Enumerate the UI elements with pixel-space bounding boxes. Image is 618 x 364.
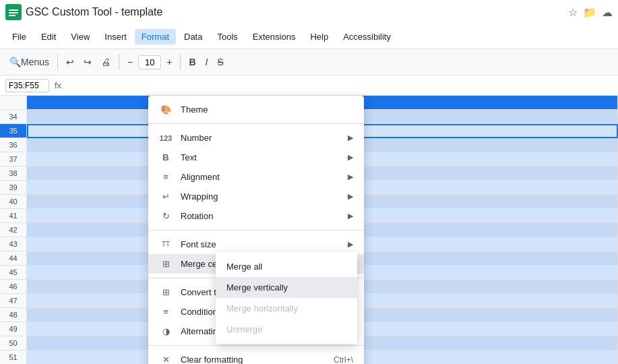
row-46: 46	[0, 280, 26, 294]
rotation-arrow-icon: ▶	[348, 212, 353, 220]
row-41: 41	[0, 209, 26, 223]
text-format-icon: B	[159, 152, 173, 162]
clear-icon: ✕	[159, 355, 173, 364]
window-title: GSC Custom Tool - template	[26, 6, 564, 18]
menu-divider-1	[148, 123, 364, 124]
star-icon[interactable]: ☆	[568, 6, 578, 19]
fontsize-icon: TT	[159, 241, 173, 248]
menus-label: Menus	[21, 57, 49, 67]
fx-label: fx	[55, 80, 61, 90]
folder-icon[interactable]: 📁	[583, 6, 596, 19]
menu-option-alignment[interactable]: ≡ Alignment ▶	[148, 167, 364, 187]
menu-item-tools[interactable]: Tools	[210, 29, 244, 44]
menu-item-edit[interactable]: Edit	[34, 29, 63, 44]
toolbar-sep-1	[57, 54, 58, 70]
merge-all-label: Merge all	[226, 262, 262, 272]
menu-item-file[interactable]: File	[5, 29, 33, 44]
row-35: 35	[0, 124, 26, 138]
sheet-area: 34 35 36 37 38 39 40 41 42 43 44 45 46 4…	[0, 96, 618, 364]
menu-option-text[interactable]: B Text ▶	[148, 148, 364, 167]
formula-bar: fx	[0, 75, 618, 96]
row-38: 38	[0, 166, 26, 181]
row-49: 49	[0, 322, 26, 336]
number-arrow-icon: ▶	[348, 133, 353, 142]
row-48: 48	[0, 308, 26, 322]
cell-reference[interactable]	[5, 79, 49, 92]
font-increase-btn[interactable]: +	[162, 54, 176, 70]
row-39: 39	[0, 181, 26, 195]
print-button[interactable]: 🖨	[97, 54, 115, 70]
clear-label: Clear formatting	[181, 355, 326, 364]
fontsize-label: Font size	[181, 239, 340, 249]
row-45: 45	[0, 266, 26, 280]
font-size-input[interactable]	[138, 55, 161, 69]
menu-divider-4	[148, 345, 364, 346]
row-34: 34	[0, 110, 26, 124]
menu-item-insert[interactable]: Insert	[98, 29, 133, 44]
row-37: 37	[0, 152, 26, 166]
text-arrow-icon: ▶	[348, 153, 353, 162]
submenu-merge-all[interactable]: Merge all	[216, 256, 357, 277]
toolbar-sep-3	[180, 54, 181, 70]
menu-divider-2	[148, 230, 364, 231]
cloud-icon[interactable]: ☁	[602, 6, 613, 19]
menu-item-help[interactable]: Help	[303, 29, 335, 44]
menu-item-data[interactable]: Data	[177, 29, 209, 44]
toolbar: 🔍 Menus ↩ ↪ 🖨 − + B I S	[0, 49, 618, 75]
submenu-merge-horizontally: Merge horizontally	[216, 298, 357, 319]
fontsize-arrow-icon: ▶	[348, 240, 353, 249]
font-size-control: − +	[123, 54, 176, 70]
app-logo	[5, 4, 22, 20]
row-42: 42	[0, 223, 26, 237]
title-icons: ☆ 📁 ☁	[568, 6, 613, 19]
unmerge-label: Unmerge	[226, 324, 262, 334]
search-icon: 🔍	[9, 57, 21, 67]
menu-option-number[interactable]: 123 Number ▶	[148, 128, 364, 148]
alignment-arrow-icon: ▶	[348, 173, 353, 181]
svg-rect-3	[9, 15, 16, 16]
number-label: Number	[181, 133, 340, 143]
menu-option-fontsize[interactable]: TT Font size ▶	[148, 235, 364, 254]
alignment-label: Alignment	[181, 172, 340, 182]
rotation-label: Rotation	[181, 211, 340, 221]
strikethrough-button[interactable]: S	[213, 54, 227, 70]
menu-item-extensions[interactable]: Extensions	[246, 29, 303, 44]
conditional-icon: ≡	[159, 307, 173, 317]
row-44: 44	[0, 251, 26, 266]
menu-item-format[interactable]: Format	[135, 29, 176, 44]
undo-button[interactable]: ↩	[62, 54, 78, 70]
menus-button[interactable]: 🔍 Menus	[5, 54, 53, 70]
row-50: 50	[0, 336, 26, 351]
alternating-icon: ◑	[159, 326, 173, 336]
font-decrease-btn[interactable]: −	[123, 54, 137, 70]
text-label: Text	[181, 152, 340, 162]
menu-item-accessibility[interactable]: Accessibility	[336, 29, 398, 44]
menu-option-wrapping[interactable]: ↵ Wrapping ▶	[148, 187, 364, 206]
bold-button[interactable]: B	[185, 54, 199, 70]
submenu-unmerge: Unmerge	[216, 319, 357, 340]
wrapping-label: Wrapping	[181, 191, 340, 202]
svg-rect-2	[9, 12, 18, 13]
merge-submenu[interactable]: Merge all Merge vertically Merge horizon…	[216, 252, 357, 344]
menu-bar: FileEditViewInsertFormatDataToolsExtensi…	[0, 24, 618, 49]
title-bar: GSC Custom Tool - template ☆ 📁 ☁	[0, 0, 618, 24]
alignment-icon: ≡	[159, 172, 173, 182]
menu-item-view[interactable]: View	[64, 29, 96, 44]
wrapping-icon: ↵	[159, 191, 173, 202]
menu-option-clear[interactable]: ✕ Clear formatting Ctrl+\	[148, 350, 364, 364]
number-icon: 123	[159, 134, 173, 142]
table-icon: ⊞	[159, 287, 173, 297]
redo-button[interactable]: ↪	[80, 54, 96, 70]
toolbar-sep-2	[119, 54, 119, 70]
menu-option-theme[interactable]: 🎨 Theme	[148, 100, 364, 119]
italic-button[interactable]: I	[202, 54, 212, 70]
theme-icon: 🎨	[159, 104, 173, 115]
submenu-merge-vertically[interactable]: Merge vertically	[216, 277, 357, 298]
menu-option-rotation[interactable]: ↻ Rotation ▶	[148, 206, 364, 226]
clear-shortcut: Ctrl+\	[334, 355, 353, 365]
row-36: 36	[0, 138, 26, 152]
row-43: 43	[0, 237, 26, 251]
col-header-corner	[0, 96, 26, 110]
merge-vertically-label: Merge vertically	[226, 282, 288, 293]
theme-label: Theme	[181, 104, 353, 115]
